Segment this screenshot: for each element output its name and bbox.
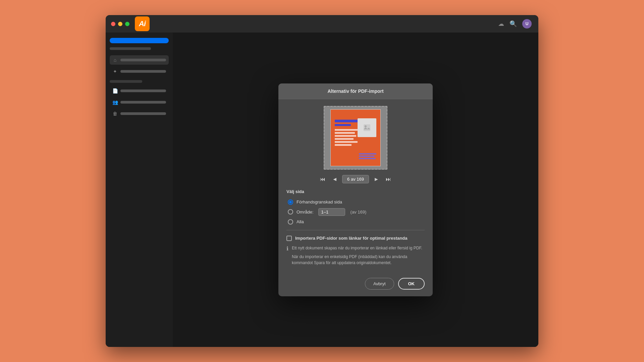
- sidebar-item-trash-label: [120, 112, 166, 115]
- pagination: ⏮ ◄ ► ⏭: [286, 175, 425, 184]
- discover-icon: ✦: [112, 69, 118, 74]
- import-as-links-checkbox-row[interactable]: Importera PDF-sidor som länkar för optim…: [286, 236, 425, 241]
- mac-window: Ai ☁ 🔍 U ⌂ ✦ 📄 👥: [106, 15, 538, 347]
- pdf-image-placeholder: [358, 118, 376, 137]
- dialog-footer: Avbryt OK: [278, 274, 433, 296]
- pdf-line-4: [335, 138, 354, 140]
- radio-previewed-page[interactable]: Förhandsgranskad sida: [288, 199, 425, 205]
- sidebar-item-files[interactable]: 📄: [110, 86, 169, 96]
- info-icon: ℹ: [286, 245, 288, 266]
- sidebar-item-files-label: [120, 89, 166, 92]
- info-block: ℹ Ett nytt dokument skapas när du import…: [286, 245, 425, 266]
- pdf-line-3: [335, 135, 356, 137]
- sidebar-item-home-label: [120, 59, 166, 61]
- modal-overlay: Alternativ för PDF-import: [173, 33, 538, 347]
- pdf-line-2: [335, 132, 355, 134]
- radio-range-label: Område:: [297, 209, 314, 215]
- sidebar: ⌂ ✦ 📄 👥 🗑: [106, 33, 173, 347]
- radio-all-indicator: [288, 219, 293, 225]
- trash-icon: 🗑: [112, 111, 118, 116]
- pdf-text-lines: [335, 129, 358, 146]
- cancel-button[interactable]: Avbryt: [365, 278, 394, 290]
- page-selection-radio-group: Förhandsgranskad sida Område: (av 169): [286, 199, 425, 225]
- pdf-preview: [324, 106, 387, 170]
- range-total-label: (av 169): [351, 209, 367, 215]
- pdf-bline-1: [359, 153, 376, 155]
- ok-button[interactable]: OK: [398, 278, 425, 290]
- next-page-button[interactable]: ►: [372, 175, 381, 184]
- pdf-title-bar-narrow: [335, 124, 351, 126]
- sidebar-item-shared-label: [120, 101, 166, 104]
- maximize-button[interactable]: [125, 22, 129, 26]
- app-area: Alternativ för PDF-import: [173, 33, 538, 347]
- range-input[interactable]: [318, 208, 345, 216]
- sidebar-item-shared[interactable]: 👥: [110, 98, 169, 107]
- pdf-blue-bottom-lines: [359, 153, 376, 159]
- sidebar-item-discover[interactable]: ✦: [110, 67, 169, 76]
- info-paragraph-1: Ett nytt dokument skapas när du importer…: [292, 245, 425, 251]
- sidebar-label-bar: [110, 47, 151, 50]
- dialog-titlebar: Alternativ för PDF-import: [278, 83, 433, 99]
- title-bar: Ai ☁ 🔍 U: [106, 15, 538, 33]
- radio-range-indicator: [288, 209, 293, 215]
- pdf-import-dialog: Alternativ för PDF-import: [278, 83, 433, 296]
- radio-all[interactable]: Alla: [288, 219, 425, 225]
- sidebar-item-discover-label: [120, 70, 166, 73]
- radio-previewed-page-indicator: [288, 199, 293, 205]
- pdf-preview-container: [286, 106, 425, 170]
- sidebar-item-home[interactable]: ⌂: [110, 55, 169, 65]
- minimize-button[interactable]: [118, 22, 122, 26]
- pdf-line-6: [335, 144, 352, 146]
- info-text-container: Ett nytt dokument skapas när du importer…: [292, 245, 425, 266]
- svg-rect-0: [364, 124, 370, 131]
- import-as-links-checkbox[interactable]: [286, 236, 292, 241]
- main-content: ⌂ ✦ 📄 👥 🗑: [106, 33, 538, 347]
- pdf-bline-3: [359, 158, 376, 159]
- cloud-icon[interactable]: ☁: [498, 20, 504, 27]
- radio-all-label: Alla: [297, 219, 304, 224]
- files-icon: 📄: [112, 88, 118, 94]
- close-button[interactable]: [111, 22, 115, 26]
- avatar[interactable]: U: [522, 19, 532, 28]
- radio-range[interactable]: Område: (av 169): [288, 208, 425, 216]
- traffic-lights: [111, 22, 129, 26]
- pdf-bline-2: [359, 156, 374, 157]
- dialog-title: Alternativ för PDF-import: [327, 88, 383, 94]
- search-icon[interactable]: 🔍: [509, 20, 517, 27]
- header-right: ☁ 🔍 U: [498, 19, 532, 28]
- home-icon: ⌂: [112, 57, 118, 63]
- sidebar-section-bar: [110, 80, 142, 83]
- svg-point-1: [365, 125, 367, 127]
- pdf-title-bar-wide: [335, 120, 358, 122]
- new-button[interactable]: [110, 38, 169, 43]
- dialog-body: ⏮ ◄ ► ⏭ Välj sida: [278, 99, 433, 274]
- info-paragraph-2: När du importerar en enkelsidig PDF (inb…: [292, 254, 425, 266]
- shared-icon: 👥: [112, 100, 118, 105]
- select-page-label: Välj sida: [286, 189, 425, 194]
- prev-page-button[interactable]: ◄: [330, 175, 339, 184]
- dialog-divider: [286, 230, 425, 230]
- last-page-button[interactable]: ⏭: [384, 175, 393, 184]
- import-as-links-label: Importera PDF-sidor som länkar för optim…: [295, 236, 407, 241]
- pdf-line-5: [335, 141, 358, 143]
- radio-previewed-page-label: Förhandsgranskad sida: [297, 199, 342, 204]
- pdf-page-thumbnail: [330, 109, 381, 166]
- app-logo: Ai: [135, 16, 150, 31]
- sidebar-item-trash[interactable]: 🗑: [110, 109, 169, 118]
- pdf-line-1: [335, 129, 358, 131]
- first-page-button[interactable]: ⏮: [318, 175, 327, 184]
- page-number-input[interactable]: [342, 175, 369, 183]
